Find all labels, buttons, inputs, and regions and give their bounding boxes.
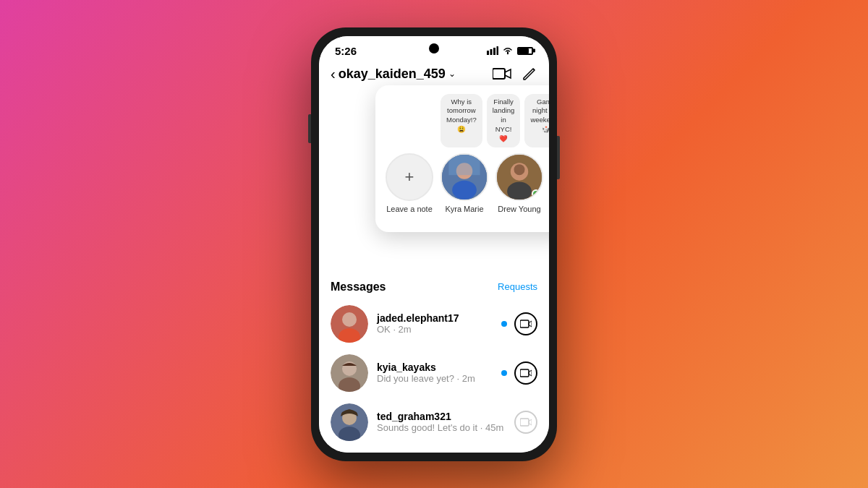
msg-avatar-3 (331, 403, 368, 441)
message-item-3[interactable]: ted_graham321 Sounds good! Let's do it ·… (319, 398, 549, 447)
msg-username-3: ted_graham321 (377, 411, 506, 422)
svg-rect-24 (520, 369, 529, 377)
msg-avatar-1 (331, 305, 368, 343)
msg-preview-3: Sounds good! Let's do it · 45m (377, 422, 506, 433)
msg-preview-1: OK · 2m (377, 324, 493, 335)
story-item-kyra[interactable]: Kyra Marie (441, 153, 488, 213)
phone-screen: 5:26 (319, 36, 549, 453)
msg-content-2: kyia_kayaks Did you leave yet? · 2m (377, 361, 493, 384)
svg-point-4 (507, 53, 509, 54)
video-call-icon[interactable] (493, 67, 511, 81)
msg-actions-3 (514, 411, 537, 434)
unread-dot-2 (501, 370, 507, 376)
avatar-jaded (331, 305, 368, 343)
plus-icon: + (405, 169, 414, 185)
requests-link[interactable]: Requests (498, 281, 537, 292)
header-icons (493, 66, 537, 82)
unread-dot-1 (501, 321, 507, 327)
camera-notch (429, 43, 439, 53)
note-bubble-jacqueline: Game night this weekend? 🎲 (524, 94, 549, 147)
message-item-1[interactable]: jaded.elephant17 OK · 2m (319, 299, 549, 348)
add-note-label: Leave a note (386, 205, 433, 213)
svg-rect-0 (487, 51, 489, 55)
svg-rect-9 (448, 155, 480, 175)
add-note-item[interactable]: + Leave a note (386, 153, 433, 213)
drew-label: Drew Young (498, 205, 540, 213)
notes-avatars-row: + Leave a note Kyra M (386, 153, 549, 222)
battery-icon (517, 47, 533, 55)
msg-content-3: ted_graham321 Sounds good! Let's do it ·… (377, 411, 506, 433)
notes-bubbles-row: Why is tomorrow Monday!? 😩 Finally landi… (386, 94, 549, 147)
msg-preview-2: Did you leave yet? · 2m (377, 373, 493, 384)
svg-rect-2 (493, 48, 495, 55)
status-icons (487, 46, 533, 55)
msg-username-1: jaded.elephant17 (377, 312, 493, 324)
svg-point-8 (452, 180, 477, 199)
notes-card: Why is tomorrow Monday!? 😩 Finally landi… (375, 85, 549, 232)
drew-avatar[interactable] (495, 153, 543, 201)
kyra-avatar[interactable] (441, 153, 488, 201)
kyra-label: Kyra Marie (445, 205, 483, 213)
message-item-2[interactable]: kyia_kayaks Did you leave yet? · 2m (319, 348, 549, 398)
messages-header: Messages Requests (319, 270, 549, 299)
story-item-drew[interactable]: Drew Young (495, 153, 543, 213)
note-bubble-drew: Finally landing in NYC! ❤️ (487, 94, 521, 147)
signal-icon (487, 46, 498, 55)
header-left: ‹ okay_kaiden_459 ⌄ (331, 66, 456, 82)
add-note-avatar[interactable]: + (386, 153, 433, 201)
svg-rect-5 (493, 69, 505, 79)
phone-shell: 5:26 (311, 27, 557, 461)
msg-actions-1 (501, 312, 537, 335)
username-title[interactable]: okay_kaiden_459 (339, 67, 446, 82)
svg-rect-20 (520, 320, 529, 328)
camera-button-1[interactable] (514, 312, 537, 335)
msg-avatar-2 (331, 354, 368, 392)
msg-actions-2 (501, 361, 537, 385)
svg-rect-1 (490, 49, 493, 55)
msg-content-1: jaded.elephant17 OK · 2m (377, 312, 493, 335)
messages-title: Messages (331, 281, 386, 294)
note-bubble-kyra: Why is tomorrow Monday!? 😩 (441, 94, 482, 147)
avatar-ted (331, 403, 368, 441)
status-bar: 5:26 (319, 36, 549, 61)
camera-button-2[interactable] (514, 361, 537, 385)
dropdown-icon[interactable]: ⌄ (448, 69, 456, 79)
svg-rect-28 (520, 419, 529, 426)
camera-button-3[interactable] (514, 411, 537, 434)
avatar-kyia (331, 354, 368, 392)
wifi-icon (502, 46, 514, 55)
back-button[interactable]: ‹ (331, 66, 336, 82)
messages-section: Messages Requests jaded.elephant17 OK · … (319, 270, 549, 453)
online-indicator-drew (532, 189, 540, 198)
status-time: 5:26 (335, 45, 357, 57)
svg-point-18 (342, 312, 357, 327)
svg-point-13 (514, 164, 524, 175)
svg-rect-3 (497, 46, 499, 55)
compose-icon[interactable] (522, 66, 537, 82)
msg-username-2: kyia_kayaks (377, 361, 493, 373)
